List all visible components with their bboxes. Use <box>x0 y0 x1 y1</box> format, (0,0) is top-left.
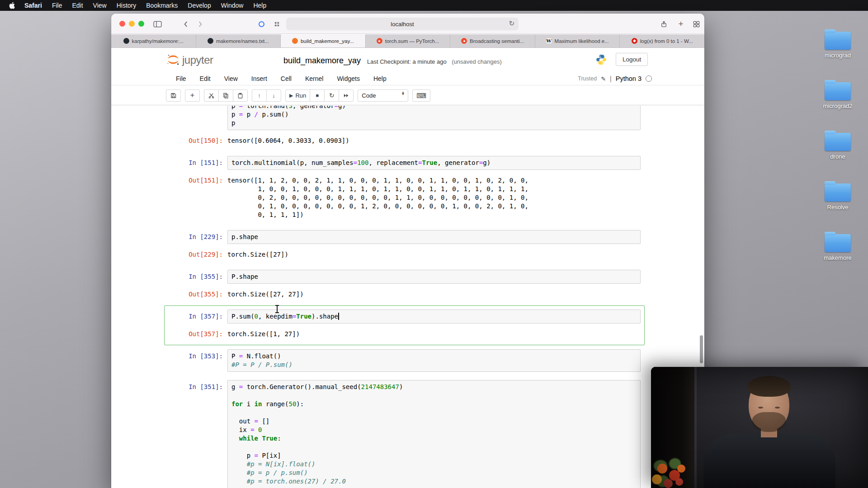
folder-tab <box>825 181 835 185</box>
jupyter-menu-widgets[interactable]: Widgets <box>330 72 367 85</box>
browser-tab-6[interactable]: WMaximum likelihood e... <box>535 34 620 47</box>
reload-icon[interactable]: ↻ <box>509 19 514 28</box>
cell-input[interactable]: g = torch.Generator().manual_seed(214748… <box>227 380 641 488</box>
browser-tab-5[interactable]: Broadcasting semanti... <box>450 34 535 47</box>
restart-kernel-button[interactable]: ↻ <box>324 89 339 102</box>
tab-title: makemore/names.txt... <box>216 38 269 44</box>
cell-input[interactable]: P = N.float()#P = P / P.sum() <box>227 349 641 372</box>
webcam-vignette <box>651 367 868 488</box>
interrupt-kernel-button[interactable]: ■ <box>310 89 325 102</box>
trusted-badge: Trusted <box>578 75 597 82</box>
menu-item-edit[interactable]: Edit <box>67 0 88 11</box>
logout-button[interactable]: Logout <box>616 53 648 66</box>
cell-input[interactable]: P.shape <box>227 270 641 284</box>
desktop-icon-Resolve[interactable]: Resolve <box>812 181 863 211</box>
code-line: #p = torch.ones(27) / 27.0 <box>231 477 637 486</box>
browser-tab-3[interactable]: build_makemore_yay... <box>281 34 366 47</box>
move-cell-group: ↑ ↓ <box>252 89 281 102</box>
cut-cell-button[interactable] <box>204 89 219 102</box>
address-bar[interactable]: localhost ↻ <box>286 18 519 30</box>
cell-type-select[interactable]: Code ▲▼ <box>358 89 408 102</box>
apple-menu-icon[interactable] <box>0 2 19 9</box>
desktop-icon-micrograd2[interactable]: micrograd2 <box>812 80 863 109</box>
cell-input[interactable]: p.shape <box>227 230 641 244</box>
menu-item-view[interactable]: View <box>88 0 112 11</box>
browser-tab-4[interactable]: torch.sum — PyTorch... <box>366 34 451 47</box>
browser-tab-7[interactable]: log(x) from 0 to 1 - W... <box>620 34 704 47</box>
jupyter-menu-view[interactable]: View <box>217 72 245 85</box>
copy-cell-button[interactable] <box>218 89 233 102</box>
menu-item-history[interactable]: History <box>112 0 142 11</box>
menu-item-help[interactable]: Help <box>248 0 271 11</box>
move-cell-up-button[interactable]: ↑ <box>252 89 267 102</box>
code-cell[interactable]: In [357]:P.sum(0, keepdim=True).shapeOut… <box>164 305 645 345</box>
paste-icon <box>237 93 243 99</box>
cell-output-row: Out[151]:tensor([1, 1, 2, 0, 0, 2, 1, 1,… <box>168 174 641 222</box>
jupyter-logo[interactable]: jupyter <box>166 54 213 66</box>
desktop-icon-makemore[interactable]: makemore <box>812 231 863 261</box>
desktop-icon-label: micrograd2 <box>812 103 863 109</box>
cell-input[interactable]: P.sum(0, keepdim=True).shape <box>227 310 641 324</box>
restart-run-all-button[interactable] <box>339 89 354 102</box>
close-window-button[interactable] <box>119 21 125 27</box>
menu-item-bookmarks[interactable]: Bookmarks <box>141 0 183 11</box>
command-palette-button[interactable]: ⌨ <box>412 89 430 102</box>
paste-cell-button[interactable] <box>233 89 248 102</box>
code-cell[interactable]: In [355]:P.shapeOut[355]:torch.Size([27,… <box>164 266 645 305</box>
menu-item-window[interactable]: Window <box>216 0 249 11</box>
new-tab-button[interactable]: + <box>675 19 687 29</box>
arrow-up-icon: ↑ <box>258 93 261 99</box>
jupyter-menu-edit[interactable]: Edit <box>193 72 217 85</box>
code-cell[interactable]: In [229]:p.shapeOut[229]:torch.Size([27]… <box>164 226 645 266</box>
extension-button[interactable] <box>255 19 268 29</box>
menu-item-file[interactable]: File <box>47 0 67 11</box>
extensions-grid-button[interactable] <box>270 19 283 29</box>
mouse-cursor-ibeam <box>277 305 278 313</box>
zoom-window-button[interactable] <box>138 21 144 27</box>
tab-title: log(x) from 0 to 1 - W... <box>640 38 693 44</box>
code-cell[interactable]: In [151]:torch.multinomial(p, num_sample… <box>164 152 645 226</box>
stop-icon: ■ <box>316 93 319 98</box>
macos-menu-bar: SafariFileEditViewHistoryBookmarksDevelo… <box>0 0 868 11</box>
desktop-icon-micrograd[interactable]: micrograd <box>812 29 863 59</box>
sidebar-toggle-button[interactable] <box>151 19 164 29</box>
cell-input[interactable]: p = torch.rand(3, generator=g)p = p / p.… <box>227 106 641 130</box>
cell-input[interactable]: torch.multinomial(p, num_samples=100, re… <box>227 156 641 170</box>
share-button[interactable] <box>657 19 670 29</box>
code-cell[interactable]: In [351]:g = torch.Generator().manual_se… <box>164 376 645 488</box>
jupyter-menu-kernel[interactable]: Kernel <box>298 72 330 85</box>
folder-icon <box>825 234 851 252</box>
jupyter-menu-cell[interactable]: Cell <box>274 72 298 85</box>
run-group: ▶ Run ■ ↻ <box>285 89 354 102</box>
run-cell-button[interactable]: ▶ Run <box>285 89 310 102</box>
desktop-icon-drone[interactable]: drone <box>812 130 863 160</box>
menu-bar-items: SafariFileEditViewHistoryBookmarksDevelo… <box>19 0 271 11</box>
insert-cell-button[interactable]: + <box>185 89 200 102</box>
browser-tab-1[interactable]: karpathy/makemore:... <box>111 34 196 47</box>
code-cell[interactable]: p = torch.rand(3, generator=g)p = p / p.… <box>164 106 645 152</box>
save-button[interactable] <box>166 89 181 102</box>
code-line <box>231 408 637 417</box>
scrollbar-thumb[interactable] <box>700 335 703 363</box>
browser-tab-2[interactable]: makemore/names.txt... <box>196 34 281 47</box>
github-favicon-icon <box>208 38 213 44</box>
code-line: p <box>231 119 637 127</box>
move-cell-down-button[interactable]: ↓ <box>266 89 281 102</box>
code-cell[interactable]: In [353]:P = N.float()#P = P / P.sum() <box>164 345 645 376</box>
menu-item-develop[interactable]: Develop <box>183 0 216 11</box>
jupyter-menu-file[interactable]: File <box>169 72 193 85</box>
cell-output-row: Out[150]:tensor([0.6064, 0.3033, 0.0903]… <box>168 134 641 148</box>
back-button[interactable] <box>179 19 192 29</box>
cell-input-prompt: In [353]: <box>168 349 227 372</box>
minimize-window-button[interactable] <box>129 21 135 27</box>
forward-button[interactable] <box>194 19 207 29</box>
jupyter-menu-help[interactable]: Help <box>367 72 393 85</box>
tab-overview-button[interactable] <box>690 19 703 29</box>
copy-icon <box>223 93 229 99</box>
jupyter-menu-insert[interactable]: Insert <box>245 72 274 85</box>
notebook-title[interactable]: build_makemore_yay <box>283 56 361 66</box>
cell-input-row: In [353]:P = N.float()#P = P / P.sum() <box>168 349 641 372</box>
menu-item-safari[interactable]: Safari <box>19 0 47 11</box>
jupyter-favicon-icon <box>292 38 298 44</box>
code-line: ix = 0 <box>231 426 637 434</box>
